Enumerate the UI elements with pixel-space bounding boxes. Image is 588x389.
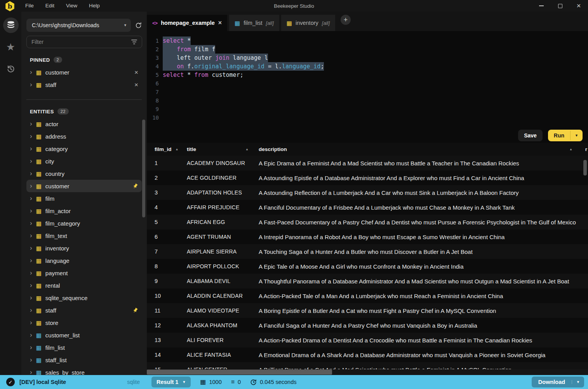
- tab-inventory[interactable]: ▦inventory[all]: [281, 15, 335, 31]
- close-button[interactable]: ×: [569, 0, 588, 12]
- save-button[interactable]: Save: [518, 130, 543, 141]
- entity-item-staff[interactable]: ›▦staff: [26, 304, 142, 316]
- result-row-13[interactable]: 13ALI FOREVERA Action-Packed Drama of a …: [147, 333, 588, 347]
- code-line-8[interactable]: 8: [147, 96, 588, 105]
- chevron-right-icon[interactable]: ›: [30, 133, 32, 139]
- entity-item-payment[interactable]: ›▦payment: [26, 267, 142, 279]
- entity-item-film_actor[interactable]: ›▦film_actor: [26, 205, 142, 217]
- code-line-2[interactable]: 2 from film f: [147, 45, 588, 54]
- chevron-right-icon[interactable]: ›: [30, 182, 32, 189]
- entity-item-actor[interactable]: ›▦actor: [26, 118, 142, 130]
- vertical-scrollbar-thumb[interactable]: [583, 160, 587, 175]
- sql-editor[interactable]: 1select *2 from film f3 left outer join …: [147, 31, 588, 128]
- result-row-9[interactable]: 9ALABAMA DEVILA Thoughtful Panorama of a…: [147, 274, 588, 288]
- result-row-5[interactable]: 5AFRICAN EGGA Fast-Paced Documentary of …: [147, 215, 588, 229]
- chevron-right-icon[interactable]: ›: [30, 356, 32, 363]
- chevron-right-icon[interactable]: ›: [30, 158, 32, 164]
- code-line-3[interactable]: 3 left outer join language l: [147, 54, 588, 62]
- sidebar-scrollbar[interactable]: [142, 120, 145, 217]
- refresh-button[interactable]: [135, 22, 142, 29]
- chevron-right-icon[interactable]: ›: [30, 170, 32, 177]
- column-header-description[interactable]: description: [259, 146, 588, 152]
- result-row-4[interactable]: 4AFFAIR PREJUDICEA Fanciful Documentary …: [147, 200, 588, 215]
- entity-item-film_text[interactable]: ›▦film_text: [26, 229, 142, 242]
- pin-icon[interactable]: [132, 183, 138, 189]
- run-button[interactable]: Run ▼: [548, 130, 583, 141]
- horizontal-scrollbar[interactable]: [147, 369, 588, 375]
- entity-item-staff_list[interactable]: ›▦staff_list: [26, 354, 142, 366]
- result-row-7[interactable]: 7AIRPLANE SIERRAA Touching Saga of a Hun…: [147, 244, 588, 259]
- entity-item-rental[interactable]: ›▦rental: [26, 279, 142, 292]
- entity-item-customer_list[interactable]: ›▦customer_list: [26, 329, 142, 341]
- run-label[interactable]: Run: [548, 130, 570, 141]
- code-line-4[interactable]: 4 on f.original_language_id = l.language…: [147, 62, 588, 71]
- history-panel-button[interactable]: [3, 61, 19, 76]
- filter-input[interactable]: [31, 39, 131, 45]
- code-line-10[interactable]: 10: [147, 113, 588, 122]
- entity-item-film[interactable]: ›▦film: [26, 192, 142, 205]
- chevron-right-icon[interactable]: ›: [30, 282, 32, 288]
- entity-item-country[interactable]: ›▦country: [26, 167, 142, 180]
- chevron-right-icon[interactable]: ›: [30, 207, 32, 214]
- entity-item-sqlite_sequence[interactable]: ›▦sqlite_sequence: [26, 292, 142, 304]
- code-line-1[interactable]: 1select *: [147, 36, 588, 45]
- chevron-right-icon[interactable]: ›: [30, 319, 32, 326]
- download-button[interactable]: Download ▼: [532, 377, 584, 387]
- chevron-right-icon[interactable]: ›: [30, 120, 32, 127]
- entity-item-address[interactable]: ›▦address: [26, 130, 142, 142]
- result-row-3[interactable]: 3ADAPTATION HOLESA Astounding Reflection…: [147, 185, 588, 200]
- result-row-12[interactable]: 12ALASKA PHANTOMA Fanciful Saga of a Hun…: [147, 318, 588, 333]
- run-options-caret[interactable]: ▼: [570, 131, 583, 140]
- pin-icon[interactable]: [132, 307, 138, 313]
- chevron-right-icon[interactable]: ›: [30, 245, 32, 251]
- horizontal-scrollbar-thumb[interactable]: [147, 370, 332, 375]
- menu-view[interactable]: View: [60, 0, 83, 12]
- chevron-right-icon[interactable]: ›: [30, 344, 32, 351]
- chevron-right-icon[interactable]: ›: [30, 232, 32, 239]
- unpin-close-icon[interactable]: ×: [134, 69, 138, 76]
- code-line-9[interactable]: 9: [147, 105, 588, 113]
- chevron-right-icon[interactable]: ›: [30, 69, 32, 75]
- new-tab-button[interactable]: +: [341, 15, 351, 25]
- result-row-6[interactable]: 6AGENT TRUMANA Intrepid Panorama of a Ro…: [147, 229, 588, 244]
- entity-item-film_category[interactable]: ›▦film_category: [26, 217, 142, 229]
- unpin-close-icon[interactable]: ×: [134, 82, 138, 88]
- minimize-button[interactable]: [532, 0, 551, 12]
- result-row-2[interactable]: 2ACE GOLDFINGERA Astounding Epistle of a…: [147, 170, 588, 185]
- entity-item-customer[interactable]: ›▦customer: [26, 180, 142, 192]
- download-options-caret[interactable]: ▼: [572, 380, 584, 384]
- entity-item-city[interactable]: ›▦city: [26, 155, 142, 167]
- entity-item-category[interactable]: ›▦category: [26, 142, 142, 155]
- chevron-right-icon[interactable]: ›: [30, 81, 32, 88]
- menu-edit[interactable]: Edit: [40, 0, 60, 12]
- chevron-right-icon[interactable]: ›: [30, 269, 32, 276]
- result-row-10[interactable]: 10ALADDIN CALENDARA Action-Packed Tale o…: [147, 288, 588, 303]
- tab-close-icon[interactable]: ×: [218, 19, 222, 26]
- result-row-14[interactable]: 14ALICE FANTASIAA Emotional Drama of a A…: [147, 347, 588, 362]
- tab-homepage_example[interactable]: <>homepage_example×: [147, 15, 227, 31]
- result-row-11[interactable]: 11ALAMO VIDEOTAPEA Boring Epistle of a B…: [147, 303, 588, 318]
- result-row-8[interactable]: 8AIRPORT POLLOCKA Epic Tale of a Moose A…: [147, 259, 588, 274]
- chevron-right-icon[interactable]: ›: [30, 195, 32, 201]
- maximize-button[interactable]: [551, 0, 569, 12]
- menu-help[interactable]: Help: [83, 0, 106, 12]
- entity-item-store[interactable]: ›▦store: [26, 316, 142, 329]
- result-row-1[interactable]: 1ACADEMY DINOSAURA Epic Drama of a Femin…: [147, 156, 588, 170]
- code-line-7[interactable]: 7: [147, 88, 588, 96]
- code-line-5[interactable]: 5select * from customer;: [147, 71, 588, 79]
- chevron-right-icon[interactable]: ›: [30, 307, 32, 313]
- pinned-item-customer[interactable]: ›▦customer×: [26, 66, 142, 78]
- connection-select[interactable]: C:\Users\ghstng\Downloads ▼: [26, 19, 131, 32]
- pinned-item-staff[interactable]: ›▦staff×: [26, 78, 142, 91]
- menu-file[interactable]: File: [19, 0, 40, 12]
- entity-item-language[interactable]: ›▦language: [26, 254, 142, 267]
- chevron-right-icon[interactable]: ›: [30, 145, 32, 152]
- result-selector-button[interactable]: Result 1 ▼: [151, 377, 191, 387]
- entity-item-sales_by_store[interactable]: ›▦sales_by_store: [26, 366, 142, 375]
- code-line-6[interactable]: 6: [147, 79, 588, 88]
- tab-film_list[interactable]: ▦film_list[all]: [229, 15, 279, 31]
- database-panel-button[interactable]: [3, 17, 19, 33]
- column-header-film-id[interactable]: film_id ▲: [155, 146, 187, 152]
- column-header-title[interactable]: title ▲: [187, 146, 259, 152]
- chevron-right-icon[interactable]: ›: [30, 257, 32, 264]
